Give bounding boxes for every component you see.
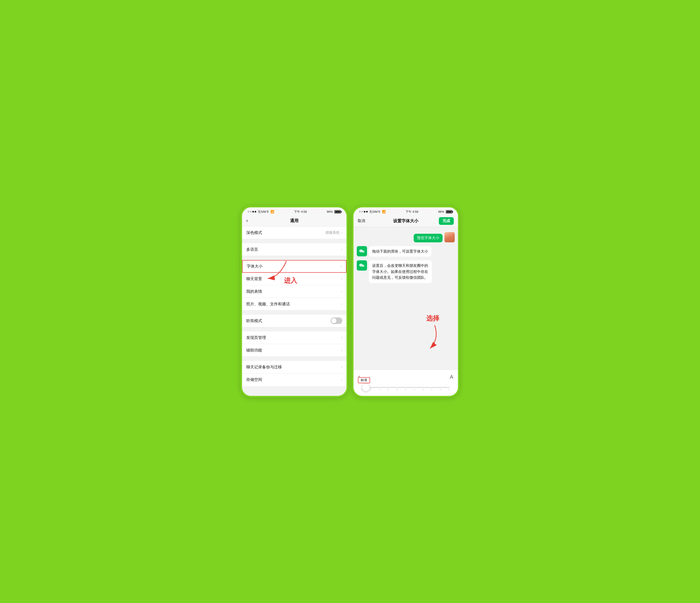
slider-track: 标准 — [362, 387, 450, 388]
tick8 — [423, 389, 423, 390]
dot3r — [364, 211, 366, 213]
slider-ticks — [360, 388, 451, 390]
chat-area: 预览字体大小 拖动下面的滑块，可设置字体大小 — [353, 227, 458, 369]
chevron-emoji: › — [341, 289, 342, 294]
signal-dots-right — [359, 211, 368, 213]
nav-bar-right: 取消 设置字体大小 完成 — [353, 215, 458, 227]
chevron-accessibility: › — [341, 348, 342, 353]
nav-title-left: 通用 — [290, 218, 298, 223]
dot2 — [250, 211, 252, 213]
battery-icon-right — [446, 210, 452, 213]
avatar — [445, 232, 455, 242]
row-discover[interactable]: 发现页管理 › — [242, 332, 347, 344]
row-media[interactable]: 照片、视频、文件和通话 › — [242, 298, 347, 311]
svg-point-4 — [362, 250, 365, 252]
status-left-right: 无SIM卡 📶 — [359, 210, 386, 214]
status-left: 无SIM卡 📶 — [248, 210, 274, 214]
signal-dots — [248, 211, 256, 213]
chevron-discover: › — [341, 335, 342, 340]
chevron-language: › — [341, 247, 342, 252]
label-emoji: 我的表情 — [246, 289, 341, 294]
arrow-select-svg — [416, 323, 444, 351]
nav-bar-left: ‹ 通用 — [242, 215, 347, 226]
tick6 — [405, 389, 406, 390]
done-button[interactable]: 完成 — [439, 217, 454, 225]
msg2-bubble: 设置后，会改变聊天和朋友圈中的字体大小。如果在使用过程中存在问题或意见，可反馈给… — [369, 260, 432, 283]
status-right-right: 96% — [438, 210, 452, 213]
dot2r — [361, 211, 363, 213]
wifi-icon-right: 📶 — [382, 210, 386, 213]
label-storage: 存储空间 — [246, 377, 341, 382]
slider-large-a: A — [450, 374, 453, 380]
status-right: 96% — [327, 210, 341, 213]
toggle-earpiece[interactable] — [331, 317, 342, 324]
msg1-bubble: 拖动下面的滑块，可设置字体大小 — [369, 246, 431, 257]
value-dark-mode: 跟随系统 — [326, 231, 340, 235]
row-earpiece[interactable]: 听筒模式 — [242, 315, 347, 327]
label-backup: 聊天记录备份与迁移 — [246, 364, 341, 370]
dot1r — [359, 211, 361, 213]
row-backup[interactable]: 聊天记录备份与迁移 › — [242, 361, 347, 373]
wifi-icon: 📶 — [271, 210, 274, 213]
row-language[interactable]: 多语言 › — [242, 243, 347, 256]
battery-percent: 96% — [327, 210, 333, 213]
slider-section: A A 标准 — [353, 369, 458, 396]
chevron-storage: › — [341, 378, 342, 382]
status-bar-right: 无SIM卡 📶 下午 4:58 96% — [353, 208, 458, 215]
annotation-select: 选择 — [426, 314, 439, 323]
svg-point-6 — [363, 251, 364, 252]
slider-thumb[interactable]: 标准 — [362, 384, 370, 391]
bubble-right-preview: 预览字体大小 — [353, 230, 458, 244]
wechat-avatar-2 — [357, 260, 367, 271]
battery-fill — [335, 211, 340, 213]
chevron-media: › — [341, 302, 342, 306]
dot4 — [255, 211, 256, 213]
tick4 — [388, 389, 389, 390]
svg-point-10 — [362, 265, 365, 267]
row-font-size[interactable]: 字体大小 › — [242, 260, 347, 273]
annotation-enter: 进入 — [284, 276, 297, 285]
label-font-size: 字体大小 — [247, 264, 341, 269]
dot4r — [366, 211, 368, 213]
slider-labels: A A — [358, 374, 453, 380]
status-bar-left: 无SIM卡 📶 下午 4:58 96% — [242, 208, 347, 215]
gap1 — [242, 239, 347, 243]
right-phone: 无SIM卡 📶 下午 4:58 96% 取消 设置字体大小 完成 预览字体大小 — [352, 206, 459, 397]
label-accessibility: 辅助功能 — [246, 347, 341, 353]
toggle-knob — [331, 318, 336, 323]
preview-bubble: 预览字体大小 — [414, 234, 443, 242]
wechat-logo-icon — [358, 248, 366, 255]
tick9 — [432, 389, 432, 390]
svg-point-2 — [360, 250, 361, 251]
slider-container: 标准 — [358, 382, 453, 390]
carrier-label-right: 无SIM卡 — [369, 210, 380, 214]
cancel-button[interactable]: 取消 — [358, 219, 365, 223]
settings-list: 深色模式 跟随系统 › 多语言 › 字体大小 › 聊天背景 › 我的表情 › 照… — [242, 226, 347, 396]
svg-point-9 — [361, 265, 362, 265]
wechat-avatar-1 — [357, 246, 367, 256]
tick11 — [449, 389, 450, 390]
chevron-backup: › — [341, 365, 342, 369]
tick3 — [379, 389, 380, 390]
dot3 — [252, 211, 254, 213]
label-dark-mode: 深色模式 — [246, 230, 326, 235]
chevron-chat-bg: › — [341, 276, 342, 281]
tick2 — [371, 389, 371, 390]
dot1 — [248, 211, 249, 213]
gap4 — [242, 327, 347, 332]
svg-point-11 — [362, 266, 363, 266]
row-emoji[interactable]: 我的表情 › — [242, 285, 347, 298]
gap3 — [242, 311, 347, 315]
svg-point-3 — [361, 250, 362, 251]
row-accessibility[interactable]: 辅助功能 › — [242, 344, 347, 357]
gap5 — [242, 357, 347, 361]
label-discover: 发现页管理 — [246, 335, 341, 340]
tick10 — [441, 389, 441, 390]
row-storage[interactable]: 存储空间 › — [242, 373, 347, 386]
svg-point-5 — [362, 251, 363, 252]
back-button[interactable]: ‹ — [246, 218, 250, 224]
row-dark-mode[interactable]: 深色模式 跟随系统 › — [242, 226, 347, 239]
time-label-right: 下午 4:58 — [405, 210, 418, 214]
bubble-left-2: 设置后，会改变聊天和朋友圈中的字体大小。如果在使用过程中存在问题或意见，可反馈给… — [353, 259, 458, 285]
wechat-logo-icon-2 — [358, 262, 366, 269]
